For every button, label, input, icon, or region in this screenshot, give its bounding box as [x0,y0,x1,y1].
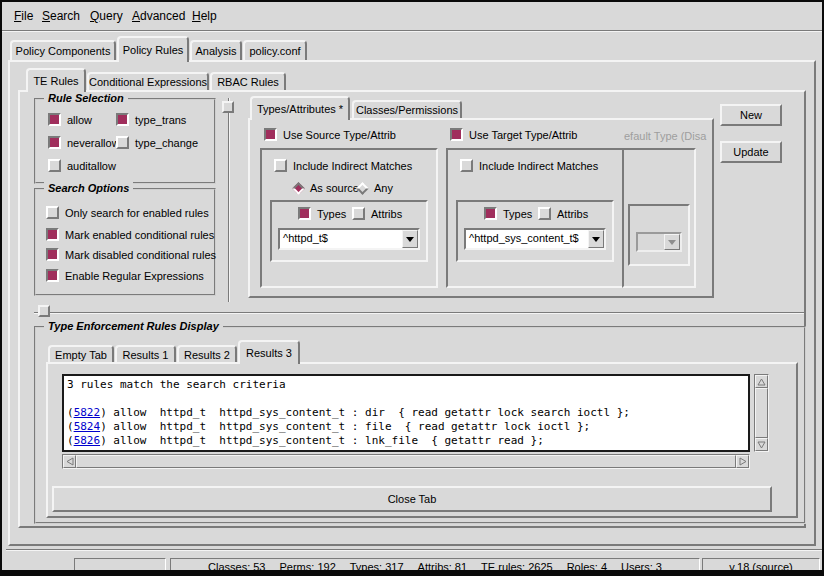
checkbox-indicator [484,207,497,220]
checkbox-indicator [48,113,61,126]
policy-version: v.18 (source) [729,561,792,573]
new-button[interactable]: New [720,104,782,126]
checkbox-source-indirect[interactable]: Include Indirect Matches [274,159,412,172]
sash-handle[interactable] [222,101,234,113]
checkbox-indicator [298,207,311,220]
vertical-scrollbar[interactable] [754,374,769,452]
vertical-sash [228,98,229,302]
checkbox-auditallow[interactable]: auditallow [48,159,116,172]
checkbox-indicator [46,248,59,261]
dropdown-arrow-icon [664,234,680,250]
search-options-title: Search Options [44,182,133,194]
checkbox-neverallow[interactable]: neverallow [48,136,120,149]
tab-policy-components[interactable]: Policy Components [10,40,116,60]
stat-users: Users: 3 [621,561,662,573]
rule-line: (5826) allow httpd_t httpd_sys_content_t… [67,434,748,448]
radio-any[interactable]: Any [358,182,393,194]
update-button[interactable]: Update [720,141,782,163]
status-version-box: v.18 (source) [702,558,820,575]
checkbox-target-indirect[interactable]: Include Indirect Matches [460,159,598,172]
checkbox-type-change[interactable]: type_change [116,136,198,149]
checkbox-only-enabled-rules[interactable]: Only search for enabled rules [46,206,209,219]
menu-advanced[interactable]: Advanced [132,9,185,23]
target-type-combobox[interactable]: ^httpd_sys_content_t$ [464,228,606,250]
checkbox-allow[interactable]: allow [48,113,92,126]
stat-perms: Perms: 192 [280,561,336,573]
default-type-label: efault Type (Disa [624,130,712,144]
apol-window: File Search Query Advanced Help Policy C… [0,0,824,576]
rule-line: (5822) allow httpd_t httpd_sys_content_t… [67,406,748,420]
tab-results-3[interactable]: Results 3 [238,340,300,364]
tab-policy-conf[interactable]: policy.conf [243,40,307,60]
results-summary: 3 rules match the search criteria [67,378,748,392]
source-type-combobox[interactable]: ^httpd_t$ [278,228,420,250]
stat-classes: Classes: 53 [208,561,265,573]
tab-types-attributes[interactable]: Types/Attributes * [250,96,350,120]
checkbox-source-types[interactable]: Types [298,207,346,220]
checkbox-use-target-type[interactable]: Use Target Type/Attrib [450,128,577,141]
checkbox-indicator [48,136,61,149]
tab-results-1[interactable]: Results 1 [115,345,176,362]
checkbox-mark-enabled-conditional[interactable]: Mark enabled conditional rules [46,228,214,241]
radio-indicator [356,182,369,195]
dropdown-arrow-icon[interactable] [402,230,418,248]
checkbox-indicator [116,113,129,126]
checkbox-indicator [46,206,59,219]
radio-indicator [292,182,305,195]
menu-search[interactable]: Search [42,9,80,23]
status-stats-box: Classes: 53 Perms: 192 Types: 317 Attrib… [170,558,700,575]
tab-conditional-expressions[interactable]: Conditional Expressions [87,72,209,90]
scroll-right-icon[interactable] [736,455,749,468]
radio-as-source[interactable]: As source [294,182,359,194]
scroll-up-icon[interactable] [755,375,768,388]
rule-line: (5824) allow httpd_t httpd_sys_content_t… [67,420,748,434]
menu-query[interactable]: Query [90,9,123,23]
scrollbar-thumb[interactable] [76,455,736,468]
checkbox-target-types[interactable]: Types [484,207,532,220]
menu-bar: File Search Query Advanced Help [2,2,824,30]
te-rules-display-title: Type Enforcement Rules Display [44,320,223,332]
scroll-down-icon[interactable] [755,438,768,451]
horizontal-scrollbar[interactable] [62,454,750,469]
tab-te-rules[interactable]: TE Rules [26,68,86,92]
tab-analysis[interactable]: Analysis [190,40,242,60]
tab-rbac-rules[interactable]: RBAC Rules [210,72,286,90]
tab-classes-permissions[interactable]: Classes/Permissions [352,100,462,118]
tab-results-2[interactable]: Results 2 [177,345,237,362]
blank-line [67,392,748,406]
checkbox-mark-disabled-conditional[interactable]: Mark disabled conditional rules [46,248,216,261]
rule-number-link[interactable]: 5824 [74,420,101,433]
sash-handle[interactable] [38,305,50,317]
checkbox-indicator [352,207,365,220]
checkbox-indicator [48,159,61,172]
status-empty-box [74,558,166,575]
rule-number-link[interactable]: 5826 [74,434,101,447]
close-tab-button[interactable]: Close Tab [52,486,772,512]
checkbox-indicator [538,207,551,220]
checkbox-indicator [274,159,287,172]
results-text-area[interactable]: 3 rules match the search criteria (5822)… [62,374,750,452]
stat-te-rules: TE rules: 2625 [481,561,553,573]
rule-number-link[interactable]: 5822 [74,406,101,419]
tab-policy-rules[interactable]: Policy Rules [117,36,189,62]
checkbox-indicator [116,136,129,149]
checkbox-source-attribs[interactable]: Attribs [352,207,402,220]
menu-file[interactable]: File [14,9,33,23]
checkbox-type-trans[interactable]: type_trans [116,113,186,126]
statusbar-separator [6,549,822,550]
stat-roles: Roles: 4 [567,561,607,573]
stat-attribs: Attribs: 81 [418,561,468,573]
checkbox-enable-regex[interactable]: Enable Regular Expressions [46,269,204,282]
menu-separator [2,30,824,31]
checkbox-indicator [46,269,59,282]
default-type-combobox [636,232,682,252]
checkbox-indicator [46,228,59,241]
tab-empty-tab[interactable]: Empty Tab [48,345,114,362]
checkbox-target-attribs[interactable]: Attribs [538,207,588,220]
dropdown-arrow-icon[interactable] [588,230,604,248]
menu-help[interactable]: Help [192,9,217,23]
stat-types: Types: 317 [350,561,404,573]
scrollbar-thumb[interactable] [755,388,768,438]
scroll-left-icon[interactable] [63,455,76,468]
checkbox-use-source-type[interactable]: Use Source Type/Attrib [264,128,396,141]
